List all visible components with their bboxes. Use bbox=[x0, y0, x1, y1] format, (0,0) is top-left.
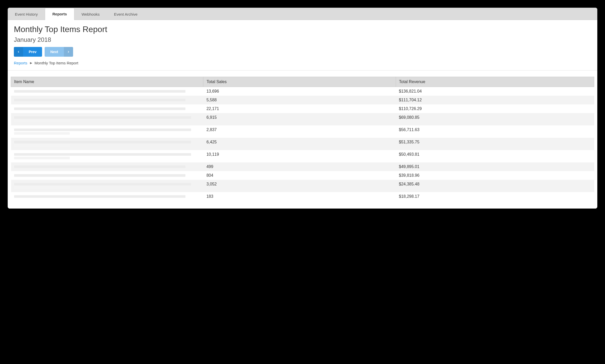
cell-item-name bbox=[11, 171, 203, 180]
arrow-right-icon bbox=[64, 47, 73, 57]
cell-total-revenue: $69,080.85 bbox=[396, 113, 594, 125]
cell-total-sales: 6,425 bbox=[203, 138, 396, 150]
cell-total-sales: 5,588 bbox=[203, 96, 396, 104]
cell-total-revenue: $56,711.63 bbox=[396, 125, 594, 138]
cell-total-sales: 6,915 bbox=[203, 113, 396, 125]
arrow-left-icon bbox=[14, 47, 23, 57]
cell-item-name bbox=[11, 87, 203, 96]
breadcrumb-current: Monthly Top Items Report bbox=[35, 61, 78, 65]
cell-total-sales: 183 bbox=[203, 192, 396, 201]
table-row: 2,837$56,711.63 bbox=[11, 125, 594, 138]
table-wrap: Item Name Total Sales Total Revenue 13,6… bbox=[8, 71, 597, 201]
cell-total-sales: 13,696 bbox=[203, 87, 396, 96]
cell-total-sales: 804 bbox=[203, 171, 396, 180]
report-table: Item Name Total Sales Total Revenue 13,6… bbox=[11, 77, 594, 201]
tab-bar: Event HistoryReportsWebhooksEvent Archiv… bbox=[8, 8, 597, 20]
cell-total-revenue: $39,818.96 bbox=[396, 171, 594, 180]
cell-total-revenue: $111,704.12 bbox=[396, 96, 594, 104]
nav-buttons: Prev Next bbox=[14, 47, 591, 57]
table-row: 804$39,818.96 bbox=[11, 171, 594, 180]
report-window: Event HistoryReportsWebhooksEvent Archiv… bbox=[8, 8, 597, 209]
tab-webhooks[interactable]: Webhooks bbox=[74, 8, 107, 20]
cell-item-name bbox=[11, 113, 203, 125]
cell-total-revenue: $18,298.17 bbox=[396, 192, 594, 201]
tab-event-archive[interactable]: Event Archive bbox=[107, 8, 145, 20]
prev-button[interactable]: Prev bbox=[14, 47, 42, 57]
table-row: 5,588$111,704.12 bbox=[11, 96, 594, 104]
cell-item-name bbox=[11, 150, 203, 162]
cell-total-revenue: $50,493.81 bbox=[396, 150, 594, 162]
cell-item-name bbox=[11, 162, 203, 171]
cell-total-revenue: $110,726.29 bbox=[396, 104, 594, 113]
table-row: 6,425$51,335.75 bbox=[11, 138, 594, 150]
cell-item-name bbox=[11, 125, 203, 138]
chevron-right-icon: ▶ bbox=[30, 61, 32, 65]
breadcrumb-root-link[interactable]: Reports bbox=[14, 61, 27, 65]
next-button[interactable]: Next bbox=[45, 47, 73, 57]
page-subtitle: January 2018 bbox=[14, 36, 591, 43]
cell-item-name bbox=[11, 180, 203, 192]
prev-button-label: Prev bbox=[23, 50, 42, 54]
column-header-total-sales[interactable]: Total Sales bbox=[203, 77, 396, 87]
tab-event-history[interactable]: Event History bbox=[8, 8, 45, 20]
next-button-label: Next bbox=[45, 50, 64, 54]
cell-total-sales: 2,837 bbox=[203, 125, 396, 138]
cell-item-name bbox=[11, 192, 203, 201]
report-table-body: 13,696$136,821.045,588$111,704.1222,171$… bbox=[11, 87, 594, 201]
cell-total-sales: 499 bbox=[203, 162, 396, 171]
table-row: 6,915$69,080.85 bbox=[11, 113, 594, 125]
cell-total-revenue: $24,385.48 bbox=[396, 180, 594, 192]
page-title: Monthly Top Items Report bbox=[14, 25, 591, 34]
cell-total-revenue: $51,335.75 bbox=[396, 138, 594, 150]
cell-item-name bbox=[11, 104, 203, 113]
cell-total-sales: 3,052 bbox=[203, 180, 396, 192]
table-row: 499$49,895.01 bbox=[11, 162, 594, 171]
tab-reports[interactable]: Reports bbox=[45, 8, 74, 20]
cell-item-name bbox=[11, 138, 203, 150]
cell-total-sales: 10,119 bbox=[203, 150, 396, 162]
breadcrumb: Reports ▶ Monthly Top Items Report bbox=[14, 61, 591, 65]
cell-total-revenue: $49,895.01 bbox=[396, 162, 594, 171]
column-header-item-name[interactable]: Item Name bbox=[11, 77, 203, 87]
table-row: 22,171$110,726.29 bbox=[11, 104, 594, 113]
cell-total-sales: 22,171 bbox=[203, 104, 396, 113]
table-row: 183$18,298.17 bbox=[11, 192, 594, 201]
header-area: Monthly Top Items Report January 2018 Pr… bbox=[8, 20, 597, 71]
cell-item-name bbox=[11, 96, 203, 104]
table-row: 13,696$136,821.04 bbox=[11, 87, 594, 96]
table-row: 3,052$24,385.48 bbox=[11, 180, 594, 192]
column-header-total-revenue[interactable]: Total Revenue bbox=[396, 77, 594, 87]
torn-edge-decoration bbox=[8, 201, 597, 209]
cell-total-revenue: $136,821.04 bbox=[396, 87, 594, 96]
table-row: 10,119$50,493.81 bbox=[11, 150, 594, 162]
